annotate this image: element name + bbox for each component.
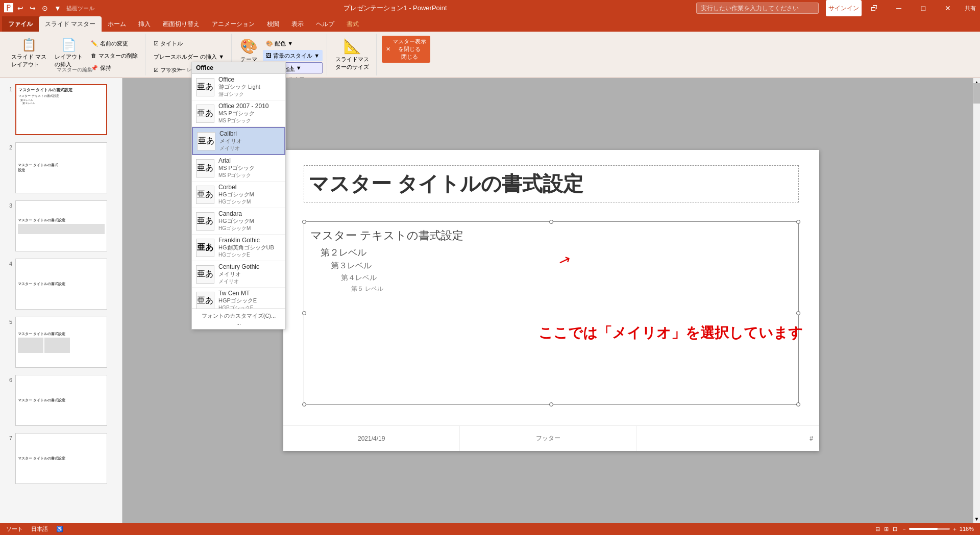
handle-br[interactable]	[796, 402, 800, 406]
group-slide-size: 📐 スライドマスターのサイズ	[328, 34, 377, 75]
btn-placeholder-insert[interactable]: プレースホルダー の挿入 ▼	[151, 51, 227, 62]
font-item-office2007[interactable]: 亜あ Office 2007 - 2010 MS Pゴシック MS Pゴシック	[192, 100, 285, 127]
slide-thumb-4[interactable]: 4 マスター タイトルの書式設定	[2, 257, 120, 312]
font-preview-calibri: 亜あ	[197, 132, 215, 150]
minimize-btn[interactable]: ─	[887, 0, 911, 16]
annotation-text: ここでは「メイリオ」を選択しています	[538, 323, 803, 343]
quick-access-toolbar: 🅿 ↩ ↪ ⊙ ▼	[4, 3, 63, 14]
group-master-edit-label: マスターの編集	[4, 66, 145, 73]
drawing-tools-label: 描画ツール	[66, 5, 94, 12]
scroll-thumb[interactable]	[973, 83, 980, 104]
handle-tm[interactable]	[549, 220, 553, 224]
font-names-corbel: Corbel HGゴシックM HGゴシックM	[218, 184, 254, 206]
handle-tr[interactable]	[796, 220, 800, 224]
handle-tl[interactable]	[302, 220, 306, 224]
slide-thumb-3[interactable]: 3 マスター タイトルの書式設定	[2, 198, 120, 253]
slide-thumb-1[interactable]: 1 マスター タイトルの書式設定 マスター テキストの書式設定 第２レベル 第３…	[2, 82, 120, 137]
slide-thumb-5[interactable]: 5 マスター タイトルの書式設定	[2, 315, 120, 370]
font-names-office: Office 游ゴシック Light 游ゴシック	[218, 76, 260, 98]
font-item-candara[interactable]: 亜あ Candara HGゴシックM HGゴシックM	[192, 208, 285, 235]
handle-ml[interactable]	[302, 311, 306, 315]
view-reading-icon[interactable]: ⊡	[893, 526, 897, 532]
title-bar: 🅿 ↩ ↪ ⊙ ▼ 描画ツール プレゼンテーション1 - PowerPoint …	[0, 0, 980, 16]
maximize-btn[interactable]: □	[912, 0, 935, 16]
footer-area: 2021/4/19 フッター #	[283, 425, 819, 451]
btn-slidesize-label: スライドマスターのサイズ	[335, 56, 369, 71]
content-textbox[interactable]: マスター テキストの書式設定 第２レベル 第３レベル 第４レベル 第５ レベル	[304, 221, 799, 405]
tab-home[interactable]: ホーム	[102, 16, 132, 32]
tab-file[interactable]: ファイル	[2, 16, 39, 32]
font-more-label: ...	[236, 320, 241, 326]
view-slide-icon[interactable]: ⊞	[884, 526, 889, 532]
font-dropdown-header: Office	[192, 62, 285, 74]
font-item-franklin[interactable]: 亜あ Franklin Gothic HG創英角ゴシックUB HGゴシックE	[192, 235, 285, 261]
font-item-office[interactable]: 亜あ Office 游ゴシック Light 游ゴシック	[192, 74, 285, 100]
content-level5: 第５ レベル	[351, 285, 792, 293]
handle-bl[interactable]	[302, 402, 306, 406]
slide-thumb-7[interactable]: 7 マスター タイトルの書式設定	[2, 431, 120, 486]
zoom-slider[interactable]	[909, 528, 950, 530]
title-textbox[interactable]: マスター タイトルの書式設定	[304, 165, 799, 202]
slidemaster-icon: 📋	[21, 38, 37, 52]
btn-slide-size[interactable]: 📐 スライドマスターのサイズ	[332, 36, 372, 71]
scroll-down-btn[interactable]: ▼	[973, 515, 980, 523]
font-customize-link[interactable]: フォントのカスタマイズ(C)... ...	[192, 309, 285, 329]
app-icon: 🅿	[4, 3, 13, 14]
tab-help[interactable]: ヘルプ	[310, 16, 340, 32]
signin-btn[interactable]: サインイン	[826, 0, 862, 16]
font-preview-twcenmt: 亜あ	[196, 292, 214, 309]
search-input[interactable]	[696, 3, 819, 14]
group-master-edit: 📋 スライド マスレイアウト 📄 レイアウトの挿入 ✏️ 名前の変更 🗑 マスタ…	[4, 34, 145, 75]
btn-master-delete[interactable]: 🗑 マスターの削除	[88, 50, 141, 61]
tab-transitions[interactable]: 画面切り替え	[157, 16, 206, 32]
content-level2: 第２レベル	[321, 246, 792, 259]
share-btn[interactable]: 共有	[965, 5, 976, 12]
slide-img-2: マスター タイトルの書式設定	[15, 142, 107, 193]
btn-close-master[interactable]: ✕ マスター表示を閉じる閉じる	[382, 36, 430, 63]
btn-bg-style[interactable]: 🖼 背景のスタイル ▼	[263, 50, 323, 61]
font-item-arial[interactable]: 亜あ Arial MS Pゴシック MS Pゴシック	[192, 155, 285, 182]
restore-btn[interactable]: 🗗	[863, 0, 886, 16]
btn-rename[interactable]: ✏️ 名前の変更	[88, 38, 141, 49]
handle-mr[interactable]	[796, 311, 800, 315]
redo-btn[interactable]: ↪	[28, 3, 38, 13]
font-item-century-gothic[interactable]: 亜あ Century Gothic メイリオ メイリオ	[192, 261, 285, 288]
tab-animations[interactable]: アニメーション	[206, 16, 261, 32]
font-preview-arial: 亜あ	[196, 159, 214, 177]
font-names-twcenmt: Tw Cen MT HGPゴシックE HGPゴシックE	[218, 290, 257, 309]
slide-num-6: 6	[4, 377, 12, 383]
font-names-office2007: Office 2007 - 2010 MS Pゴシック MS Pゴシック	[218, 103, 269, 124]
font-preview-office: 亜あ	[196, 78, 214, 96]
tab-insert[interactable]: 挿入	[132, 16, 157, 32]
font-item-corbel[interactable]: 亜あ Corbel HGゴシックM HGゴシックM	[192, 182, 285, 208]
font-item-calibri[interactable]: 亜あ Calibri メイリオ メイリオ	[192, 127, 285, 155]
btn-colors[interactable]: 🎨 配色 ▼	[263, 38, 323, 49]
tab-view[interactable]: 表示	[285, 16, 310, 32]
tab-format[interactable]: 書式	[340, 16, 365, 32]
font-item-twcenmt[interactable]: 亜あ Tw Cen MT HGPゴシックE HGPゴシックE	[192, 288, 285, 309]
undo-btn[interactable]: ↩	[15, 3, 26, 13]
font-names-calibri: Calibri メイリオ メイリオ	[219, 130, 242, 152]
btn-title-check[interactable]: ☑ タイトル	[151, 38, 186, 49]
slide-img-7: マスター タイトルの書式設定	[15, 433, 107, 484]
more-btn[interactable]: ▼	[52, 3, 63, 13]
view-normal-icon[interactable]: ⊟	[875, 526, 880, 532]
handle-bm[interactable]	[549, 402, 553, 406]
insert-layout-icon: 📄	[61, 38, 77, 52]
close-btn[interactable]: ✕	[936, 0, 960, 16]
tab-review[interactable]: 校閲	[261, 16, 285, 32]
tab-slidemaster[interactable]: スライド マスター	[39, 16, 102, 32]
status-bar-right: ⊟ ⊞ ⊡ － ＋ 116%	[875, 525, 974, 533]
slide-thumb-6[interactable]: 6 マスター タイトルの書式設定	[2, 373, 120, 428]
zoom-out-btn[interactable]: －	[901, 525, 907, 533]
title-bar-right: サインイン 🗗 ─ □ ✕ 共有	[696, 0, 976, 16]
save-btn[interactable]: ⊙	[40, 3, 50, 13]
font-names-candara: Candara HGゴシックM HGゴシックM	[218, 210, 254, 232]
slide-thumb-2[interactable]: 2 マスター タイトルの書式設定	[2, 140, 120, 195]
zoom-in-btn[interactable]: ＋	[952, 525, 958, 533]
ribbon: ファイル スライド マスター ホーム 挿入 画面切り替え アニメーション 校閲 …	[0, 16, 980, 78]
canvas-scrollbar: ▲ ▼	[973, 78, 980, 523]
status-bar: ソート 日本語 ♿ ⊟ ⊞ ⊡ － ＋ 116%	[0, 523, 980, 535]
ribbon-content: 📋 スライド マスレイアウト 📄 レイアウトの挿入 ✏️ 名前の変更 🗑 マスタ…	[0, 32, 980, 78]
slide-img-6: マスター タイトルの書式設定	[15, 375, 107, 426]
